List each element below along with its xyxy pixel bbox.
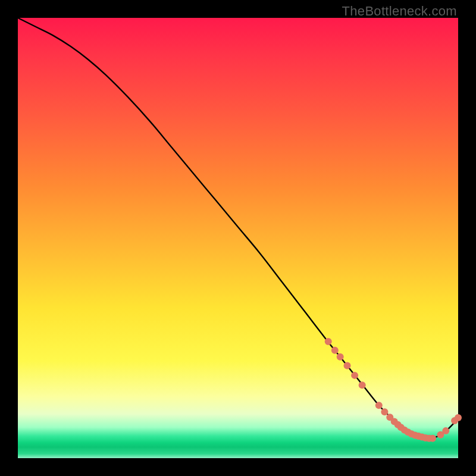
curve-dot [381, 408, 388, 415]
curve-dot [351, 372, 358, 379]
curve-dot [429, 435, 436, 442]
curve-dots-group [325, 338, 462, 442]
curve-dot [331, 347, 339, 354]
chart-frame: TheBottleneck.com [0, 0, 476, 476]
plot-area [18, 18, 458, 458]
bottleneck-curve [18, 18, 458, 439]
curve-dot [375, 402, 383, 409]
curve-dot [344, 362, 351, 369]
curve-dot [325, 338, 332, 345]
watermark-text: TheBottleneck.com [342, 4, 457, 19]
curve-dot [455, 414, 462, 421]
curve-dot [359, 381, 366, 389]
chart-svg [18, 18, 458, 458]
curve-dot [442, 427, 449, 434]
curve-dot [337, 353, 344, 361]
